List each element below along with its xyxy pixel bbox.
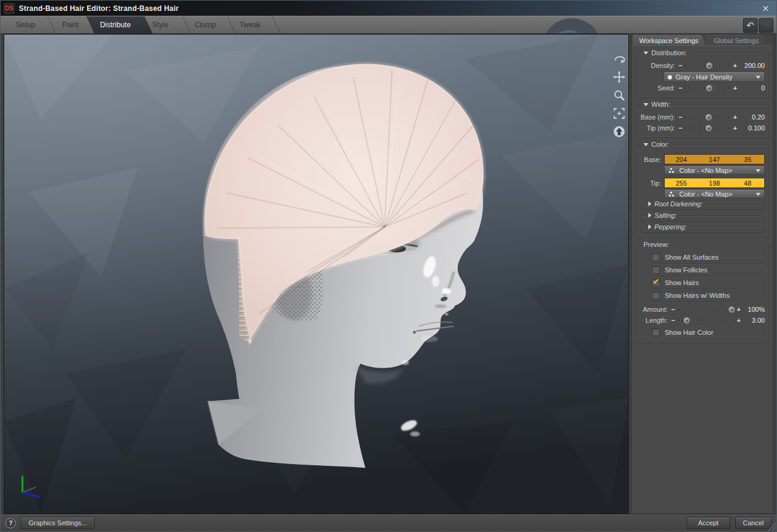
amount-decrement-button[interactable]: − (670, 306, 676, 313)
frame-selection-icon[interactable] (612, 106, 626, 120)
density-row: Density: − + 200.00 (640, 61, 765, 70)
base-color-swatch[interactable]: 204 147 35 (664, 154, 765, 164)
density-map-dropdown[interactable]: Gray - Hair Density (663, 72, 765, 82)
collapse-down-icon (643, 103, 648, 106)
undo-button[interactable]: ↶ (743, 18, 758, 33)
dropdown-label: Color - <No Map> (679, 167, 732, 174)
density-slider-track[interactable] (685, 62, 730, 70)
show-hair-color-row: ✔ Show Hair Color (652, 326, 765, 338)
seed-label: Seed: (640, 84, 677, 92)
show-hairs-widths-checkbox[interactable]: ✔ (652, 291, 660, 299)
section-peppering[interactable]: Peppering: (641, 227, 764, 233)
length-slider-handle[interactable] (683, 317, 691, 325)
tab-tweak[interactable]: Tweak (228, 16, 273, 34)
window-title: Strand-Based Hair Editor: Strand-Based H… (19, 4, 178, 13)
tab-style[interactable]: Style (138, 16, 183, 34)
check-icon: ✔ (653, 277, 660, 286)
graphics-settings-button[interactable]: Graphics Settings... (21, 517, 95, 529)
base-color-r: 204 (665, 156, 698, 163)
tab-distribute[interactable]: Distribute (93, 16, 138, 34)
checkbox-label: Show Hairs w/ Widths (665, 292, 730, 299)
collapse-down-icon (643, 143, 648, 146)
group-preview: Preview: ✔ Show All Surfaces ✔ Show Foll… (636, 244, 769, 343)
density-slider-handle[interactable] (705, 62, 713, 70)
orbit-camera-icon[interactable] (612, 52, 626, 66)
redo-button[interactable]: ↷ (759, 18, 773, 33)
accept-button[interactable]: Accept (687, 517, 730, 529)
base-width-row: Base (mm): − + 0.20 (640, 112, 765, 122)
base-color-label: Base: (640, 156, 664, 163)
tip-width-slider-track[interactable] (685, 124, 730, 132)
length-slider-track[interactable] (678, 317, 734, 325)
section-label: Peppering: (654, 223, 687, 231)
amount-increment-button[interactable]: + (736, 306, 742, 313)
base-color-map-dropdown[interactable]: Color - <No Map> (664, 166, 765, 175)
density-value[interactable]: 200.00 (738, 62, 765, 69)
daz-logo (542, 18, 602, 34)
base-color-b: 35 (731, 156, 764, 163)
dropdown-label: Color - <No Map> (679, 190, 732, 198)
app-icon: DS (4, 3, 15, 14)
collapse-right-icon (648, 213, 651, 218)
density-decrement-button[interactable]: − (677, 62, 684, 69)
tab-workspace-settings[interactable]: Workspace Settings (633, 35, 705, 45)
pan-camera-icon[interactable] (612, 70, 626, 84)
tab-paint[interactable]: Paint (48, 16, 93, 34)
tab-global-settings[interactable]: Global Settings (707, 35, 766, 45)
amount-value[interactable]: 100% (742, 306, 765, 313)
tip-width-slider-handle[interactable] (705, 124, 713, 132)
seed-slider-handle[interactable] (705, 84, 713, 92)
base-width-increment-button[interactable]: + (732, 113, 738, 121)
show-hair-color-checkbox[interactable]: ✔ (652, 328, 660, 336)
collapse-right-icon (648, 201, 651, 206)
section-salting[interactable]: Salting: (641, 215, 764, 221)
amount-slider-handle[interactable] (728, 306, 736, 314)
checkbox-label: Show Follicles (665, 266, 707, 274)
group-color: Color: Base: 204 147 35 (636, 144, 769, 238)
section-label: Salting: (654, 212, 677, 219)
density-increment-button[interactable]: + (732, 62, 738, 69)
seed-decrement-button[interactable]: − (677, 84, 684, 92)
base-width-slider-track[interactable] (685, 113, 730, 121)
show-follicles-checkbox[interactable]: ✔ (652, 266, 660, 274)
length-value[interactable]: 3.00 (742, 317, 765, 324)
close-icon[interactable]: ✕ (762, 4, 769, 13)
title-bar: DS Strand-Based Hair Editor: Strand-Base… (1, 1, 776, 16)
base-width-value[interactable]: 0.20 (738, 113, 765, 121)
head-render (4, 35, 628, 513)
tip-color-row: Tip: 255 198 48 Color - <No Map> (640, 178, 765, 198)
show-hairs-row: ✔ Show Hairs (652, 277, 765, 289)
group-width: Width: Base (mm): − + 0.20 Tip (mm): − +… (636, 104, 769, 138)
zoom-camera-icon[interactable] (612, 88, 626, 102)
group-width-header[interactable]: Width: (641, 101, 673, 108)
base-width-decrement-button[interactable]: − (677, 113, 684, 121)
show-hairs-checkbox[interactable]: ✔ (652, 278, 660, 286)
map-dots-icon (668, 191, 676, 198)
tip-width-increment-button[interactable]: + (732, 124, 738, 132)
seed-increment-button[interactable]: + (732, 84, 738, 92)
tab-clump[interactable]: Clump (183, 16, 228, 34)
viewport-3d[interactable] (4, 34, 629, 514)
cancel-button[interactable]: Cancel (735, 517, 772, 529)
tip-width-decrement-button[interactable]: − (677, 124, 684, 132)
tab-setup[interactable]: Setup (3, 16, 48, 34)
length-increment-button[interactable]: + (736, 317, 742, 324)
tip-color-map-dropdown[interactable]: Color - <No Map> (664, 190, 765, 198)
group-distribution-header[interactable]: Distribution: (641, 49, 689, 56)
group-color-header[interactable]: Color: (641, 141, 671, 148)
seed-slider-track[interactable] (685, 84, 730, 92)
tip-width-value[interactable]: 0.100 (738, 124, 765, 132)
seed-value[interactable]: 0 (738, 84, 765, 92)
base-color-g: 147 (698, 156, 731, 163)
tip-color-swatch[interactable]: 255 198 48 (664, 178, 765, 188)
checkbox-label: Show Hair Color (665, 329, 713, 336)
show-all-surfaces-checkbox[interactable]: ✔ (652, 253, 660, 261)
amount-label: Amount: (640, 306, 670, 313)
help-button[interactable]: ? (5, 518, 16, 528)
reset-camera-icon[interactable] (612, 124, 626, 138)
section-root-darkening[interactable]: Root Darkening: (641, 204, 764, 210)
length-decrement-button[interactable]: − (670, 317, 676, 324)
base-width-slider-handle[interactable] (705, 113, 713, 121)
amount-slider-track[interactable] (678, 306, 734, 314)
undo-icon: ↶ (747, 20, 755, 31)
